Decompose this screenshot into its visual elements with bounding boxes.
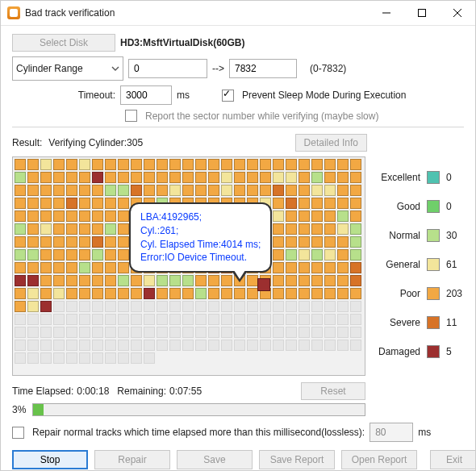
grid-cell[interactable] [337, 210, 349, 222]
grid-cell[interactable] [105, 185, 116, 196]
grid-cell[interactable] [350, 185, 361, 196]
grid-cell[interactable] [273, 327, 284, 338]
grid-cell[interactable] [118, 185, 129, 196]
grid-cell[interactable] [27, 275, 39, 286]
timeout-input[interactable] [120, 85, 172, 105]
grid-cell[interactable] [118, 159, 129, 170]
grid-cell[interactable] [234, 185, 245, 196]
grid-cell[interactable] [324, 288, 336, 299]
grid-cell[interactable] [324, 262, 336, 273]
grid-cell[interactable] [118, 314, 129, 325]
grid-cell[interactable] [15, 262, 26, 273]
grid-cell[interactable] [79, 275, 90, 286]
grid-cell[interactable] [40, 327, 52, 338]
grid-cell[interactable] [53, 327, 65, 338]
grid-cell[interactable] [27, 352, 39, 364]
grid-cell[interactable] [299, 198, 310, 209]
grid-cell[interactable] [260, 185, 271, 196]
grid-cell[interactable] [157, 185, 168, 196]
grid-cell[interactable] [324, 301, 336, 312]
grid-cell[interactable] [221, 275, 232, 286]
grid-cell[interactable] [311, 185, 323, 196]
range-from-input[interactable] [128, 59, 207, 78]
grid-cell[interactable] [79, 327, 90, 338]
grid-cell[interactable] [66, 340, 77, 351]
save-report-button[interactable]: Save Report [259, 450, 335, 469]
grid-cell[interactable] [15, 210, 26, 222]
grid-cell[interactable] [286, 249, 297, 261]
grid-cell[interactable] [27, 288, 39, 299]
grid-cell[interactable] [234, 159, 245, 170]
grid-cell[interactable] [118, 262, 129, 273]
grid-cell[interactable] [273, 340, 284, 351]
grid-cell[interactable] [311, 223, 323, 235]
grid-cell[interactable] [286, 327, 297, 338]
grid-cell[interactable] [273, 275, 284, 286]
grid-cell[interactable] [273, 314, 284, 325]
grid-cell[interactable] [118, 352, 129, 364]
grid-cell[interactable] [66, 172, 77, 183]
grid-cell[interactable] [286, 198, 297, 209]
grid-cell[interactable] [350, 262, 361, 273]
grid-cell[interactable] [27, 172, 39, 183]
grid-cell[interactable] [247, 275, 258, 286]
grid-cell[interactable] [15, 340, 26, 351]
grid-cell[interactable] [247, 288, 258, 299]
grid-cell[interactable] [53, 352, 65, 364]
grid-cell[interactable] [337, 236, 349, 248]
grid-cell[interactable] [299, 301, 310, 312]
grid-cell[interactable] [53, 340, 65, 351]
grid-cell[interactable] [273, 210, 284, 222]
grid-cell[interactable] [27, 236, 39, 248]
grid-cell[interactable] [169, 159, 181, 170]
grid-cell[interactable] [27, 210, 39, 222]
range-mode-select[interactable]: Cylinder Range [12, 56, 123, 81]
grid-cell[interactable] [53, 301, 65, 312]
grid-cell[interactable] [221, 340, 232, 351]
grid-cell[interactable] [324, 236, 336, 248]
grid-cell[interactable] [40, 301, 52, 312]
grid-cell[interactable] [350, 340, 361, 351]
grid-cell[interactable] [208, 159, 219, 170]
grid-cell[interactable] [15, 352, 26, 364]
grid-cell[interactable] [157, 288, 168, 299]
grid-cell[interactable] [79, 185, 90, 196]
grid-cell[interactable] [131, 288, 142, 299]
grid-cell[interactable] [350, 198, 361, 209]
grid-cell[interactable] [299, 340, 310, 351]
grid-cell[interactable] [105, 288, 116, 299]
grid-cell[interactable] [53, 262, 65, 273]
grid-cell[interactable] [144, 352, 155, 364]
grid-cell[interactable] [208, 172, 219, 183]
grid-cell[interactable] [144, 159, 155, 170]
select-disk-button[interactable]: Select Disk [12, 34, 115, 52]
grid-cell[interactable] [234, 288, 245, 299]
grid-cell[interactable] [105, 314, 116, 325]
grid-cell[interactable] [350, 223, 361, 235]
grid-cell[interactable] [208, 340, 219, 351]
grid-cell[interactable] [92, 236, 103, 248]
grid-cell[interactable] [247, 314, 258, 325]
reset-button[interactable]: Reset [301, 382, 365, 400]
grid-cell[interactable] [105, 159, 116, 170]
grid-cell[interactable] [92, 340, 103, 351]
grid-cell[interactable] [350, 314, 361, 325]
grid-cell[interactable] [234, 327, 245, 338]
grid-cell[interactable] [350, 301, 361, 312]
grid-cell[interactable] [40, 159, 52, 170]
grid-cell[interactable] [311, 210, 323, 222]
grid-cell[interactable] [311, 249, 323, 261]
grid-cell[interactable] [27, 198, 39, 209]
grid-cell[interactable] [337, 249, 349, 261]
grid-cell[interactable] [79, 314, 90, 325]
grid-cell[interactable] [15, 275, 26, 286]
grid-cell[interactable] [169, 301, 181, 312]
grid-cell[interactable] [299, 262, 310, 273]
grid-cell[interactable] [299, 172, 310, 183]
grid-cell[interactable] [337, 172, 349, 183]
grid-cell[interactable] [260, 301, 271, 312]
grid-cell[interactable] [311, 340, 323, 351]
grid-cell[interactable] [286, 301, 297, 312]
grid-cell[interactable] [53, 275, 65, 286]
grid-cell[interactable] [131, 327, 142, 338]
